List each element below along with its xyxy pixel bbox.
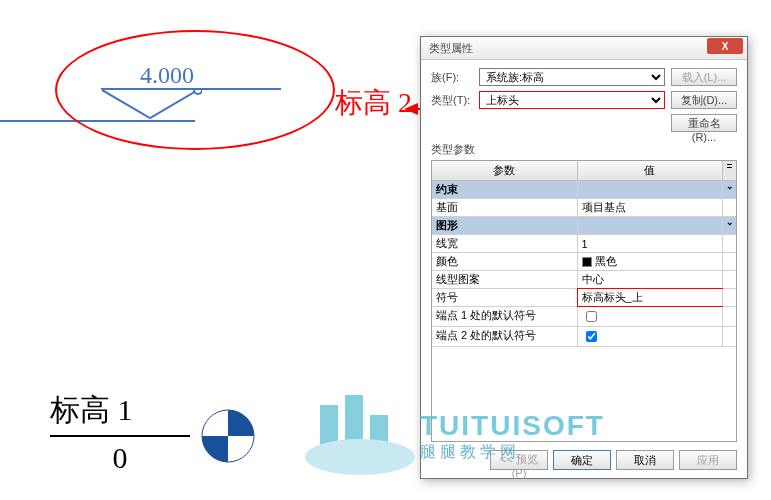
params-grid: 参数 值 = 约束 ⌄ 基面 项目基点 图形 ⌄ [431,160,737,442]
close-icon: X [722,41,729,52]
load-button[interactable]: 载入(L)... [671,68,737,86]
cancel-button[interactable]: 取消 [616,450,674,470]
family-label: 族(F): [431,70,479,85]
type-row: 类型(T): 上标头 复制(D)... [431,91,737,109]
collapse-icon[interactable]: ⌄ [722,217,736,234]
end1-checkbox[interactable] [586,311,597,322]
level1-marker: 标高 1 0 [50,390,190,475]
type-params-label: 类型参数 [431,142,737,157]
type-combo[interactable]: 上标头 [479,91,665,109]
row-basis[interactable]: 基面 项目基点 [432,199,736,217]
row-color[interactable]: 颜色 黑色 [432,253,736,271]
dialog-title: 类型属性 [429,41,473,56]
family-combo[interactable]: 系统族:标高 [479,68,665,86]
row-default-end2[interactable]: 端点 2 处的默认符号 [432,327,736,347]
level1-line [50,435,190,437]
rename-button[interactable]: 重命名(R)... [671,114,737,132]
annotation-ellipse [55,30,335,150]
watermark-brand: TUITUISOFT [420,410,605,442]
header-param: 参数 [432,161,578,180]
drawing-canvas: 4.000 标高 2 类型属性 X 族(F): 系统族:标高 载入(L)... … [0,0,771,500]
copy-button[interactable]: 复制(D)... [671,91,737,109]
close-button[interactable]: X [707,38,743,54]
group-constraints[interactable]: 约束 ⌄ [432,181,736,199]
watermark-shape-icon [300,395,420,475]
group-graphics[interactable]: 图形 ⌄ [432,217,736,235]
color-swatch-icon [582,257,592,267]
annotation-label: 标高 2 [335,84,412,122]
level1-value: 0 [50,441,190,475]
level1-label: 标高 1 [50,390,190,431]
collapse-icon[interactable]: ⌄ [722,181,736,198]
end2-checkbox[interactable] [586,331,597,342]
params-header: 参数 值 = [432,161,736,181]
row-linewidth[interactable]: 线宽 1 [432,235,736,253]
rename-row: 重命名(R)... [431,114,737,132]
watermark-sub: 腿腿教学网 [420,442,605,463]
family-row: 族(F): 系统族:标高 载入(L)... [431,68,737,86]
type-label: 类型(T): [431,93,479,108]
svg-point-7 [305,439,415,475]
dialog-titlebar[interactable]: 类型属性 X [421,37,747,60]
header-value: 值 [578,161,723,180]
row-symbol[interactable]: 符号 标高标头_上 [432,289,736,307]
header-equals: = [722,161,736,180]
level1-target-icon [198,406,258,466]
svg-marker-2 [404,103,418,115]
row-pattern[interactable]: 线型图案 中心 [432,271,736,289]
apply-button[interactable]: 应用 [679,450,737,470]
row-default-end1[interactable]: 端点 1 处的默认符号 [432,307,736,327]
